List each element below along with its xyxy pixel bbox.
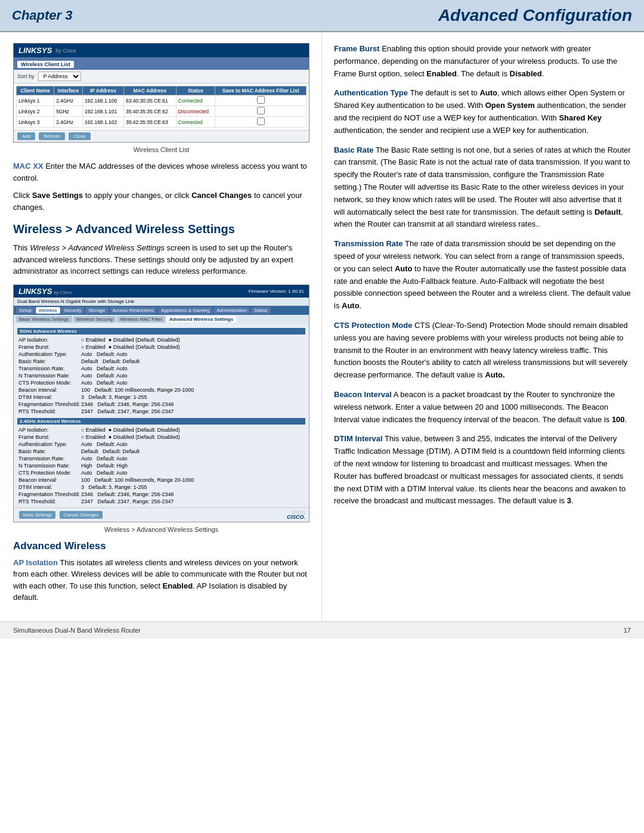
chapter-label: Chapter 3: [12, 8, 72, 23]
form-row: Basic Rate:Default Default: Default: [18, 448, 194, 454]
close-button[interactable]: Close: [69, 132, 90, 140]
field-value: 100 Default: 100 milliseconds, Range 20-…: [81, 387, 194, 393]
form-row: N Transmission Rate:Auto Default: Auto: [18, 373, 194, 379]
client-ss-body: Client Name Interface IP Address MAC Add…: [14, 83, 309, 130]
table-row: Linksys 2 5GHz 192.168.1.101 35:40:35:35…: [17, 106, 306, 117]
subtab-security[interactable]: Wireless Security: [73, 316, 116, 323]
adv-by-cisco: by Cisco: [54, 290, 72, 295]
col-mac: MAC Address: [123, 86, 176, 95]
form-row: DTIM Interval:3 Default: 3, Range: 1-255: [18, 394, 194, 400]
mac-xx-text: Enter the MAC addresses of the devices w…: [13, 162, 307, 182]
client-list-caption: Wireless Client List: [13, 146, 309, 153]
cts-protection-term: CTS Protection Mode: [334, 321, 412, 330]
field-label: Transmission Rate:: [18, 456, 80, 462]
field-label: RTS Threshold:: [18, 408, 80, 414]
field-value: High Default: High: [81, 463, 194, 469]
subtab-basic[interactable]: Basic Wireless Settings: [16, 316, 72, 323]
section-5ghz-label: 5GHz Advanced Wireless: [17, 328, 305, 335]
footer-buttons: Save Settings Cancel Changes: [17, 511, 103, 519]
adv-wireless-heading: Advanced Wireless: [13, 540, 309, 552]
save-checkbox[interactable]: [215, 106, 306, 117]
interface: 2.4GHz: [54, 117, 83, 128]
refresh-button[interactable]: Refresh: [39, 132, 65, 140]
nav-storage[interactable]: Storage: [85, 307, 108, 314]
field-value: Auto Default: Auto: [81, 373, 194, 379]
form-row: DTIM Interval:3 Default: 3, Range: 1-255: [18, 484, 194, 490]
subtab-advanced[interactable]: Advanced Wireless Settings: [166, 316, 236, 323]
save-checkbox[interactable]: [215, 117, 306, 128]
col-save: Save to MAC Address Filter List: [215, 86, 306, 95]
linksys-by-cisco: by Cisco: [55, 48, 76, 54]
form-row: RTS Threshold:2347 Default: 2347, Range:…: [18, 498, 194, 504]
cisco-logo-container: |||||||| CISCO.: [287, 510, 305, 520]
add-button[interactable]: Add: [17, 132, 35, 140]
field-value: 2346 Default: 2346, Range: 256-2346: [81, 491, 194, 497]
field-value: 2347 Default: 2347, Range: 256-2347: [81, 498, 194, 504]
wireless-adv-heading: Wireless > Advanced Wireless Settings: [13, 222, 309, 236]
save-settings-button[interactable]: Save Settings: [19, 511, 55, 519]
frame-burst-term: Frame Burst: [334, 44, 380, 53]
status: Disconnected: [176, 106, 215, 117]
form-row: Fragmentation Threshold:2346 Default: 23…: [18, 491, 194, 497]
adv-ss-content: 5GHz Advanced Wireless AP Isolation:○ En…: [14, 324, 309, 507]
nav-wireless[interactable]: Wireless: [36, 307, 60, 314]
field-value: Auto Default: Auto: [81, 366, 194, 371]
client-name: Linksys 1: [17, 95, 54, 106]
field-label: Fragmentation Threshold:: [18, 401, 80, 407]
client-ss-tabbar: Wireless Client List: [14, 57, 309, 70]
form-row: Fragmentation Threshold:2346 Default: 23…: [18, 401, 194, 407]
field-value: Auto Default: Auto: [81, 351, 194, 357]
cancel-changes-button[interactable]: Cancel Changes: [60, 511, 102, 519]
mac-address: 63:40:30:35:CE:61: [123, 95, 176, 106]
router-name: Dual Band Wireless-N Gigabit Router with…: [14, 298, 309, 306]
ip-address: 192.168.1.102: [82, 117, 123, 128]
save-settings-label: Save Settings: [32, 191, 83, 200]
adv-form-24ghz: AP Isolation:○ Enabled ● Disabled (Defau…: [17, 426, 196, 506]
nav-access[interactable]: Access Restrictions: [110, 307, 157, 314]
frame-burst-para: Frame Burst Enabling this option should …: [334, 43, 631, 80]
form-row: Beacon Interval:100 Default: 100 millise…: [18, 387, 194, 393]
linksys-logo: LINKSYS: [18, 46, 52, 55]
beacon-interval-term: Beacon Interval: [334, 390, 392, 399]
client-ss-header: LINKSYS by Cisco: [14, 44, 309, 57]
firmware-version: Firmware Version: 1.90.91: [249, 289, 304, 294]
save-checkbox[interactable]: [215, 95, 306, 106]
interface: 5GHz: [54, 106, 83, 117]
field-value: Default Default: Default: [81, 358, 194, 364]
nav-setup[interactable]: Setup: [16, 307, 35, 314]
nav-security[interactable]: Security: [61, 307, 85, 314]
field-label: AP Isolation:: [18, 427, 80, 433]
field-value: Auto Default: Auto: [81, 380, 194, 386]
field-label: Frame Burst:: [18, 434, 80, 440]
field-value: 100 Default: 100 milliseconds, Range 20-…: [81, 477, 194, 483]
wireless-client-list-tab[interactable]: Wireless Client List: [17, 61, 74, 68]
field-value: ○ Enabled ● Disabled (Default: Disabled): [81, 427, 194, 433]
status: Connected: [176, 117, 215, 128]
field-label: DTIM Interval:: [18, 484, 80, 490]
field-value: Auto Default: Auto: [81, 456, 194, 462]
field-value: 2346 Default: 2346, Range: 256-2346: [81, 401, 194, 407]
dtim-interval-term: DTIM Interval: [334, 434, 383, 443]
adv-ss-subtabs: Basic Wireless Settings Wireless Securit…: [14, 315, 309, 324]
page-footer: Simultaneous Dual-N Band Wireless Router…: [0, 621, 644, 639]
cancel-changes-label: Cancel Changes: [191, 191, 252, 200]
nav-apps[interactable]: Applications & Gaming: [158, 307, 212, 314]
form-row: N Transmission Rate:High Default: High: [18, 463, 194, 469]
adv-ss-header: LINKSYS by Cisco Firmware Version: 1.90.…: [14, 285, 309, 298]
adv-form-5ghz: AP Isolation:○ Enabled ● Disabled (Defau…: [17, 336, 196, 416]
field-label: RTS Threshold:: [18, 498, 80, 504]
field-value: Auto Default: Auto: [81, 441, 194, 447]
field-value: ○ Enabled ● Disabled (Default: Disabled): [81, 344, 194, 350]
sort-dropdown[interactable]: P Address: [38, 72, 81, 81]
auth-type-para: Authentication Type The default is set t…: [334, 87, 631, 137]
field-value: Default Default: Default: [81, 448, 194, 454]
subtab-mac[interactable]: Wireless MAC Filter: [117, 316, 165, 323]
nav-admin[interactable]: Administration: [213, 307, 250, 314]
nav-status[interactable]: Status: [251, 307, 271, 314]
field-value: 3 Default: 3, Range: 1-255: [81, 484, 194, 490]
ip-address: 192.168.1.100: [82, 95, 123, 106]
footer-left: Simultaneous Dual-N Band Wireless Router: [13, 627, 141, 634]
intro-text: This Wireless > Advanced Wireless Settin…: [13, 242, 309, 277]
field-label: Frame Burst:: [18, 344, 80, 350]
mac-address: 35:40:35:35:CE:62: [123, 106, 176, 117]
